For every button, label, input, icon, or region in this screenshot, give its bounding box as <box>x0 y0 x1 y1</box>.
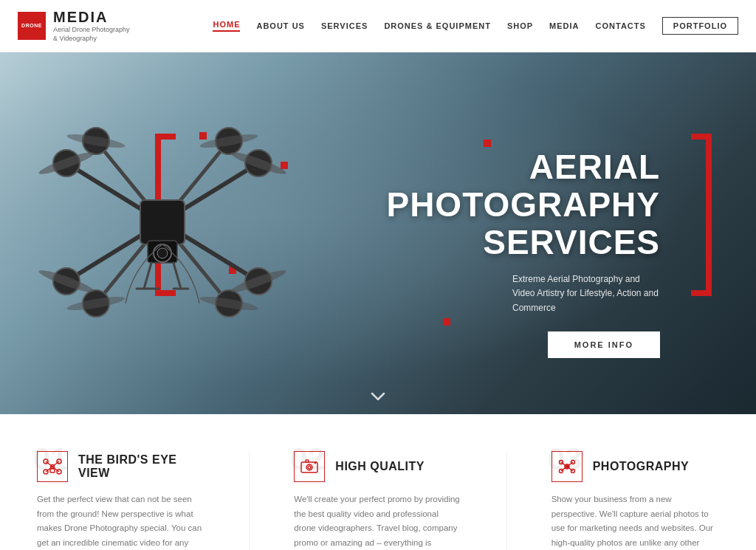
nav-media[interactable]: MEDIA <box>549 21 579 30</box>
svg-point-27 <box>157 248 168 258</box>
feature-1-title: THE BIRD'S EYE VIEW <box>78 453 205 480</box>
nav-about[interactable]: ABOUT US <box>256 21 304 30</box>
logo-text: MEDIA Aerial Drone Photography & Videogr… <box>53 9 130 43</box>
red-dot-4 <box>484 140 491 147</box>
feature-3-title: PHOTOGRAPHY <box>593 460 690 473</box>
feature-2-title: HIGH QUALITY <box>335 460 425 473</box>
feature-2-desc: We'll create your perfect promo by provi… <box>294 492 461 550</box>
feature-high-quality: 02 HIGH QUALITY We'll create your perfec… <box>286 451 469 550</box>
hero-subtitle: Extreme Aerial Photography and Video Art… <box>512 272 660 315</box>
hero-content: AERIAL PHOTOGRAPHY SERVICES Extreme Aeri… <box>320 148 660 357</box>
feature-3-desc: Show your business from a new perspectiv… <box>551 492 719 550</box>
logo-icon: DRONE <box>18 12 46 40</box>
hero-title: AERIAL PHOTOGRAPHY SERVICES <box>320 148 660 261</box>
svg-rect-41 <box>50 469 55 472</box>
feature-2-header: 02 HIGH QUALITY <box>294 451 461 482</box>
nav-drones[interactable]: DRONES & EQUIPMENT <box>384 21 491 30</box>
svg-rect-45 <box>306 460 309 462</box>
hero-section: AERIAL PHOTOGRAPHY SERVICES Extreme Aeri… <box>0 52 756 414</box>
svg-line-32 <box>46 461 52 467</box>
main-nav: HOME ABOUT US SERVICES DRONES & EQUIPMEN… <box>213 17 738 35</box>
features-section: 01 THE BIRD'S EYE VIEW <box>0 414 756 550</box>
svg-line-28 <box>144 263 151 289</box>
svg-point-44 <box>308 466 311 469</box>
svg-line-33 <box>52 461 59 467</box>
logo: DRONE MEDIA Aerial Drone Photography & V… <box>18 9 180 43</box>
nav-contacts[interactable]: CONTACTS <box>596 21 646 30</box>
svg-line-29 <box>173 263 181 289</box>
bracket-right-decoration <box>691 134 712 296</box>
drone-svg <box>22 97 303 348</box>
nav-home[interactable]: HOME <box>213 20 240 32</box>
site-header: DRONE MEDIA Aerial Drone Photography & V… <box>0 0 756 52</box>
drone-image <box>22 97 303 348</box>
divider-2 <box>506 451 507 550</box>
feature-3-header: 03 PHOTOGRAPHY <box>551 451 719 482</box>
feature-1-desc: Get the perfect view that can not be see… <box>37 492 205 550</box>
scroll-arrow[interactable] <box>371 392 385 401</box>
feature-2-icon <box>294 451 325 482</box>
portfolio-button[interactable]: PORTFOLIO <box>662 17 738 35</box>
svg-point-43 <box>306 464 312 470</box>
feature-birds-eye: 01 THE BIRD'S EYE VIEW <box>30 451 212 550</box>
feature-1-header: 01 THE BIRD'S EYE VIEW <box>37 451 205 482</box>
nav-shop[interactable]: SHOP <box>507 21 533 30</box>
feature-3-icon <box>551 451 583 482</box>
nav-services[interactable]: SERVICES <box>321 21 368 30</box>
more-info-button[interactable]: MORE INFO <box>548 331 660 358</box>
feature-1-icon <box>37 451 68 482</box>
svg-rect-24 <box>140 200 185 244</box>
divider-1 <box>249 451 250 550</box>
feature-photography: 03 PHOTOGRAPHY Show your busines <box>544 451 726 550</box>
